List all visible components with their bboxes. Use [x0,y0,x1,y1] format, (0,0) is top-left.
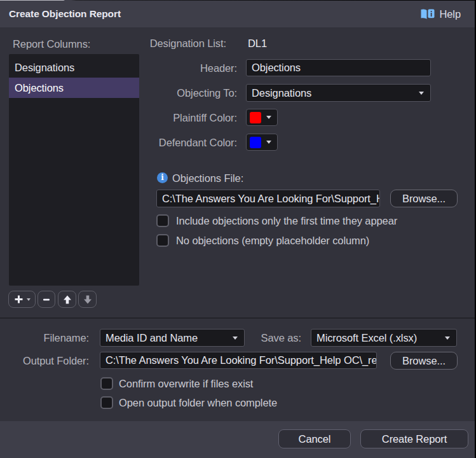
defendant-color-picker[interactable] [246,134,278,151]
no-objections-checkbox[interactable] [156,234,169,247]
include-objections-checkbox[interactable] [156,214,169,227]
save-as-value: Microsoft Excel (.xlsx) [316,332,417,344]
confirm-overwrite-label: Confirm overwrite if files exist [119,378,253,389]
no-objections-label: No objections (empty placeholder column) [176,235,369,246]
objections-file-path: C:\The Answers You Are Looking For\Suppo… [162,193,380,205]
create-objection-report-dialog: Create Objection Report Help Report Colu… [0,0,476,458]
objecting-to-label: Objecting To: [177,87,237,99]
filename-select[interactable]: Media ID and Name [100,329,245,347]
objections-file-label: Objections File: [172,172,243,184]
output-folder-input[interactable]: C:\The Answers You Are Looking For\Suppo… [100,352,377,369]
info-icon[interactable]: i [157,172,168,183]
save-as-select[interactable]: Microsoft Excel (.xlsx) [311,329,457,347]
output-folder-label: Output Folder: [23,355,89,366]
filename-label: Filename: [43,332,89,344]
create-report-button[interactable]: Create Report [360,429,468,448]
header-label: Header: [200,62,237,74]
minus-icon [42,295,51,304]
filename-value: Media ID and Name [105,332,198,344]
section-divider [0,317,476,319]
defendant-color-label: Defendant Color: [159,137,237,148]
dialog-title: Create Objection Report [9,1,121,27]
help-book-icon [419,8,436,21]
arrow-up-icon [63,295,72,304]
objecting-to-caret-icon [419,92,424,95]
arrow-down-icon [83,295,92,304]
header-input-value: Objections [252,62,301,74]
help-button[interactable]: Help [419,1,461,27]
filename-caret-icon [233,337,238,340]
defendant-color-swatch [250,137,261,148]
open-folder-label: Open output folder when complete [119,397,277,408]
list-item-designations[interactable]: Designations [9,57,139,78]
designation-list-label: Designation List: [150,38,226,49]
add-column-button[interactable] [8,291,36,308]
move-down-button[interactable] [78,291,97,308]
remove-column-button[interactable] [37,291,55,308]
help-label: Help [439,8,461,20]
objecting-to-select[interactable]: Designations [246,84,431,102]
report-columns-list: Designations Objections [9,54,139,286]
header-input[interactable]: Objections [246,59,431,76]
plaintiff-color-picker[interactable] [246,109,278,126]
title-bar: Create Objection Report Help [0,1,476,27]
cancel-button[interactable]: Cancel [278,429,351,448]
plaintiff-color-label: Plaintiff Color: [173,112,237,123]
plaintiff-color-swatch [250,112,261,123]
list-item-objections[interactable]: Objections [9,78,139,98]
save-as-caret-icon [445,337,450,340]
objections-file-browse-button[interactable]: Browse... [390,190,458,207]
defendant-color-caret-icon [266,141,271,144]
output-folder-browse-button[interactable]: Browse... [390,352,458,370]
save-as-label: Save as: [261,332,301,344]
output-folder-value: C:\The Answers You Are Looking For\Suppo… [105,354,377,366]
designation-list-value: DL1 [248,38,267,49]
confirm-overwrite-checkbox[interactable] [100,377,113,390]
open-folder-checkbox[interactable] [100,396,113,409]
plus-icon [14,295,24,304]
add-dropdown-caret-icon [27,298,31,301]
include-objections-label: Include objections only the first time t… [176,215,397,226]
objecting-to-value: Designations [252,87,311,99]
plaintiff-color-caret-icon [266,116,271,119]
move-up-button[interactable] [58,291,76,308]
objections-file-input[interactable]: C:\The Answers You Are Looking For\Suppo… [156,190,380,207]
report-columns-label: Report Columns: [13,38,90,50]
